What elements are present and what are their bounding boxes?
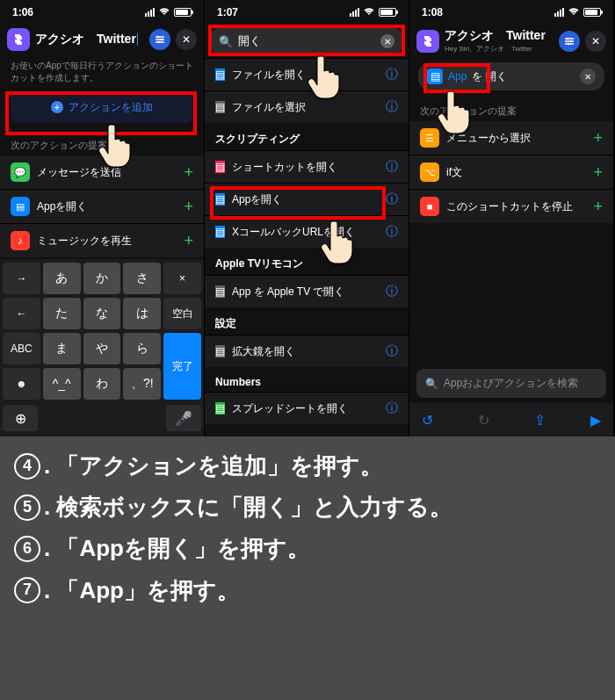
key-globe[interactable]: ⊕: [3, 405, 38, 431]
add-icon[interactable]: +: [593, 198, 603, 216]
info-icon[interactable]: ⓘ: [386, 191, 398, 207]
info-icon[interactable]: ⓘ: [386, 159, 398, 175]
shortcut-icon[interactable]: [7, 28, 30, 51]
add-icon[interactable]: +: [184, 198, 193, 216]
info-icon[interactable]: ⓘ: [386, 401, 398, 416]
play-icon[interactable]: ▶: [590, 412, 601, 429]
add-icon[interactable]: +: [184, 232, 193, 250]
app-token[interactable]: App: [448, 70, 467, 83]
settings-icon[interactable]: [149, 29, 170, 50]
shortcut-title[interactable]: アクシオ Twitter: [445, 28, 554, 44]
key-emoji[interactable]: ☻: [3, 368, 40, 400]
key[interactable]: あ: [43, 263, 81, 294]
suggestion-row[interactable]: ▤ Appを開く +: [0, 189, 204, 223]
battery-icon: [174, 8, 192, 17]
search-value: 開く: [238, 33, 375, 49]
key[interactable]: わ: [83, 368, 121, 400]
suggestion-row[interactable]: ☰ メニューから選択 +: [409, 121, 613, 155]
info-icon[interactable]: ⓘ: [386, 343, 398, 359]
suggestions-header: 次のアクションの提案: [0, 130, 204, 155]
pill-rest: を 開く: [472, 69, 506, 84]
action-row[interactable]: ▤拡大鏡を開くⓘ: [205, 335, 409, 367]
search-input[interactable]: 🔍 開く ✕: [212, 28, 402, 54]
key[interactable]: は: [123, 298, 161, 329]
info-icon[interactable]: ⓘ: [386, 99, 398, 115]
battery-icon: [583, 8, 601, 17]
clear-icon[interactable]: ✕: [380, 34, 394, 48]
key[interactable]: ら: [123, 333, 161, 364]
action-row[interactable]: ▤XコールバックURLを開くⓘ: [205, 215, 409, 248]
plus-icon: +: [51, 101, 63, 113]
close-icon[interactable]: ✕: [585, 31, 606, 52]
action-icon: ▤: [215, 69, 225, 81]
search-actions-input[interactable]: 🔍 Appおよびアクションを検索: [416, 369, 606, 398]
action-icon: ▤: [215, 161, 225, 173]
key[interactable]: た: [43, 298, 81, 329]
key[interactable]: な: [83, 298, 121, 329]
redo-icon[interactable]: ↻: [478, 412, 489, 429]
wifi-icon: [363, 6, 375, 18]
key-space[interactable]: 空白: [163, 298, 201, 329]
svg-point-2: [158, 41, 161, 44]
svg-point-3: [567, 37, 569, 40]
key-abc[interactable]: ABC: [3, 333, 40, 364]
keyboard[interactable]: → あ か さ × ← た な は 空白 ABC ま や ら 完了 ☻: [0, 259, 204, 437]
suggestion-row[interactable]: ♪ ミュージックを再生 +: [0, 223, 204, 257]
key[interactable]: ^_^: [43, 368, 81, 400]
step-number: 4: [14, 453, 40, 480]
info-icon[interactable]: ⓘ: [386, 67, 398, 83]
signal-icon: [145, 8, 155, 17]
suggestion-row[interactable]: ⌥ if文 +: [409, 155, 613, 189]
close-icon[interactable]: ✕: [176, 29, 197, 50]
key[interactable]: 、?!: [123, 368, 161, 400]
signal-icon: [554, 8, 564, 17]
category-label: Apple TVリモコン: [205, 248, 409, 275]
status-bar: 1:06: [0, 0, 204, 25]
key[interactable]: ま: [43, 333, 81, 364]
bottom-toolbar: ↺ ↻ ⇪ ▶: [409, 403, 613, 437]
key-backspace[interactable]: ×: [163, 263, 201, 294]
info-icon[interactable]: ⓘ: [386, 284, 398, 299]
action-row[interactable]: ▤ファイルを開くⓘ: [205, 58, 409, 90]
remove-icon[interactable]: ✕: [580, 69, 596, 84]
screen-3: 1:08 アクシオ Twitter Hey Siri、アクシオ Twitter …: [409, 0, 614, 437]
action-row[interactable]: ▤スプレッドシートを開くⓘ: [205, 392, 409, 424]
instruction-line: 4 . 「アクションを追加」を押す。: [14, 452, 601, 480]
action-row[interactable]: ▤Appを開くⓘ: [205, 183, 409, 215]
add-action-button[interactable]: + アクションを追加: [11, 91, 193, 123]
key[interactable]: か: [83, 263, 121, 294]
key-arrow[interactable]: →: [3, 263, 40, 294]
shortcut-title-input[interactable]: アクシオ Twitter: [35, 32, 144, 47]
add-icon[interactable]: +: [593, 163, 603, 182]
undo-icon[interactable]: ↺: [422, 412, 433, 429]
shortcut-icon[interactable]: [416, 30, 439, 53]
suggestion-row[interactable]: 💬 メッセージを送信 +: [0, 155, 204, 189]
search-icon: 🔍: [219, 35, 233, 48]
action-icon: ▤: [215, 285, 225, 298]
hint-text: お使いのAppで毎日行うアクションのショートカットを作成します。: [0, 54, 204, 88]
clock: 1:06: [12, 6, 33, 18]
key-arrow[interactable]: ←: [3, 298, 40, 329]
settings-icon[interactable]: [559, 31, 580, 52]
step-text: . 「アクションを追加」を押す。: [44, 452, 383, 480]
svg-point-0: [157, 36, 160, 39]
share-icon[interactable]: ⇪: [534, 412, 546, 429]
action-row[interactable]: ▤ファイルを選択ⓘ: [205, 90, 409, 123]
action-row[interactable]: ▤App を Apple TV で開くⓘ: [205, 275, 409, 307]
add-icon[interactable]: +: [593, 129, 603, 148]
suggestion-row[interactable]: ■ このショートカットを停止 +: [409, 189, 613, 223]
signal-icon: [350, 8, 359, 17]
info-icon[interactable]: ⓘ: [386, 224, 398, 240]
add-icon[interactable]: +: [184, 163, 193, 182]
action-icon: ▤: [215, 402, 225, 415]
instruction-line: 6 . 「Appを開く」を押す。: [14, 535, 601, 562]
key[interactable]: や: [83, 333, 121, 364]
key-mic[interactable]: 🎤: [166, 405, 201, 431]
key[interactable]: さ: [123, 263, 161, 294]
action-label: Appを開く: [232, 192, 379, 207]
search-icon: 🔍: [425, 378, 438, 390]
action-pill[interactable]: ▤ App を 開く ✕: [418, 62, 604, 90]
action-row[interactable]: ▤ショートカットを開くⓘ: [205, 150, 409, 183]
svg-point-1: [161, 39, 163, 41]
instruction-panel: 4 . 「アクションを追加」を押す。 5 . 検索ボックスに「開く」と入力する。…: [0, 437, 615, 700]
